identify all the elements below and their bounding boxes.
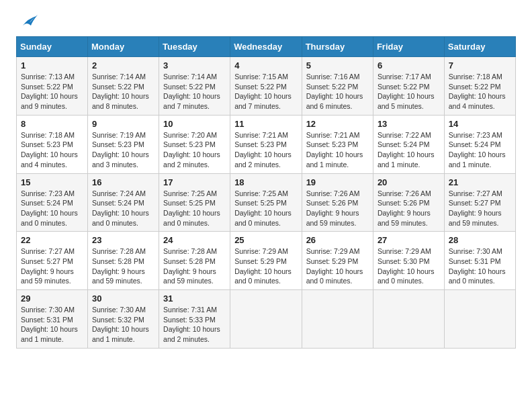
day-number: 10 [163, 119, 226, 129]
day-number: 17 [163, 177, 226, 187]
day-number: 29 [21, 293, 83, 304]
day-number: 12 [306, 119, 369, 129]
calendar-day-29: 29Sunrise: 7:30 AMSunset: 5:31 PMDayligh… [17, 290, 88, 349]
day-number: 27 [378, 235, 440, 245]
calendar-day-1: 1Sunrise: 7:13 AMSunset: 5:22 PMDaylight… [17, 57, 88, 116]
calendar-day-22: 22Sunrise: 7:27 AMSunset: 5:27 PMDayligh… [17, 232, 88, 290]
calendar-header-thursday: Thursday [302, 37, 373, 57]
day-info: Sunrise: 7:28 AMSunset: 5:28 PMDaylight:… [92, 246, 154, 286]
day-info: Sunrise: 7:26 AMSunset: 5:26 PMDaylight:… [306, 189, 369, 228]
day-info: Sunrise: 7:17 AMSunset: 5:22 PMDaylight:… [378, 72, 440, 111]
calendar-day-5: 5Sunrise: 7:16 AMSunset: 5:22 PMDaylight… [302, 57, 373, 116]
day-info: Sunrise: 7:25 AMSunset: 5:25 PMDaylight:… [234, 189, 298, 228]
day-info: Sunrise: 7:21 AMSunset: 5:23 PMDaylight:… [234, 130, 298, 170]
calendar-day-23: 23Sunrise: 7:28 AMSunset: 5:28 PMDayligh… [88, 232, 159, 290]
calendar-table: SundayMondayTuesdayWednesdayThursdayFrid… [16, 36, 516, 349]
logo [16, 13, 38, 26]
day-info: Sunrise: 7:26 AMSunset: 5:26 PMDaylight:… [378, 189, 440, 228]
day-number: 7 [449, 60, 511, 71]
day-number: 21 [449, 177, 511, 187]
day-number: 25 [234, 235, 298, 245]
calendar-header-row: SundayMondayTuesdayWednesdayThursdayFrid… [17, 37, 516, 57]
day-number: 3 [163, 60, 226, 71]
day-number: 4 [234, 60, 298, 71]
day-info: Sunrise: 7:18 AMSunset: 5:22 PMDaylight:… [449, 72, 511, 111]
day-info: Sunrise: 7:23 AMSunset: 5:24 PMDaylight:… [449, 130, 511, 170]
calendar-header-wednesday: Wednesday [230, 37, 302, 57]
calendar-day-8: 8Sunrise: 7:18 AMSunset: 5:23 PMDaylight… [17, 115, 88, 173]
page-header [16, 13, 516, 26]
calendar-day-13: 13Sunrise: 7:22 AMSunset: 5:24 PMDayligh… [373, 115, 444, 173]
calendar-day-7: 7Sunrise: 7:18 AMSunset: 5:22 PMDaylight… [444, 57, 515, 116]
day-info: Sunrise: 7:14 AMSunset: 5:22 PMDaylight:… [163, 72, 226, 111]
calendar-day-18: 18Sunrise: 7:25 AMSunset: 5:25 PMDayligh… [230, 173, 302, 232]
day-info: Sunrise: 7:27 AMSunset: 5:27 PMDaylight:… [21, 246, 83, 286]
day-info: Sunrise: 7:14 AMSunset: 5:22 PMDaylight:… [92, 72, 154, 111]
day-number: 30 [92, 293, 154, 304]
calendar-day-24: 24Sunrise: 7:28 AMSunset: 5:28 PMDayligh… [159, 232, 230, 290]
calendar-header-monday: Monday [88, 37, 159, 57]
day-info: Sunrise: 7:19 AMSunset: 5:23 PMDaylight:… [92, 130, 154, 170]
calendar-header-tuesday: Tuesday [159, 37, 230, 57]
day-info: Sunrise: 7:30 AMSunset: 5:32 PMDaylight:… [92, 305, 154, 345]
day-number: 2 [92, 60, 154, 71]
calendar-day-12: 12Sunrise: 7:21 AMSunset: 5:23 PMDayligh… [302, 115, 373, 173]
day-number: 16 [92, 177, 154, 187]
day-number: 19 [306, 177, 369, 187]
day-info: Sunrise: 7:29 AMSunset: 5:29 PMDaylight:… [234, 246, 298, 286]
calendar-day-30: 30Sunrise: 7:30 AMSunset: 5:32 PMDayligh… [88, 290, 159, 349]
calendar-empty-cell [302, 290, 373, 349]
day-info: Sunrise: 7:28 AMSunset: 5:28 PMDaylight:… [163, 246, 226, 286]
calendar-empty-cell [230, 290, 302, 349]
day-info: Sunrise: 7:20 AMSunset: 5:23 PMDaylight:… [163, 130, 226, 170]
calendar-day-4: 4Sunrise: 7:15 AMSunset: 5:22 PMDaylight… [230, 57, 302, 116]
calendar-day-21: 21Sunrise: 7:27 AMSunset: 5:27 PMDayligh… [444, 173, 515, 232]
day-info: Sunrise: 7:24 AMSunset: 5:24 PMDaylight:… [92, 189, 154, 228]
calendar-week-2: 8Sunrise: 7:18 AMSunset: 5:23 PMDaylight… [17, 115, 516, 173]
calendar-header-sunday: Sunday [17, 37, 88, 57]
calendar-week-4: 22Sunrise: 7:27 AMSunset: 5:27 PMDayligh… [17, 232, 516, 290]
day-number: 15 [21, 177, 83, 187]
day-number: 18 [234, 177, 298, 187]
day-info: Sunrise: 7:15 AMSunset: 5:22 PMDaylight:… [234, 72, 298, 111]
day-info: Sunrise: 7:23 AMSunset: 5:24 PMDaylight:… [21, 189, 83, 228]
calendar-empty-cell [373, 290, 444, 349]
day-number: 20 [378, 177, 440, 187]
day-info: Sunrise: 7:13 AMSunset: 5:22 PMDaylight:… [21, 72, 83, 111]
logo-bird-icon [17, 13, 38, 28]
calendar-day-31: 31Sunrise: 7:31 AMSunset: 5:33 PMDayligh… [159, 290, 230, 349]
calendar-empty-cell [444, 290, 515, 349]
day-number: 24 [163, 235, 226, 245]
calendar-day-15: 15Sunrise: 7:23 AMSunset: 5:24 PMDayligh… [17, 173, 88, 232]
day-number: 28 [449, 235, 511, 245]
calendar-header-friday: Friday [373, 37, 444, 57]
day-number: 5 [306, 60, 369, 71]
day-number: 1 [21, 60, 83, 71]
calendar-day-9: 9Sunrise: 7:19 AMSunset: 5:23 PMDaylight… [88, 115, 159, 173]
day-info: Sunrise: 7:27 AMSunset: 5:27 PMDaylight:… [449, 189, 511, 228]
calendar-day-16: 16Sunrise: 7:24 AMSunset: 5:24 PMDayligh… [88, 173, 159, 232]
day-info: Sunrise: 7:30 AMSunset: 5:31 PMDaylight:… [449, 246, 511, 286]
calendar-week-3: 15Sunrise: 7:23 AMSunset: 5:24 PMDayligh… [17, 173, 516, 232]
day-number: 8 [21, 119, 83, 129]
calendar-day-14: 14Sunrise: 7:23 AMSunset: 5:24 PMDayligh… [444, 115, 515, 173]
day-info: Sunrise: 7:18 AMSunset: 5:23 PMDaylight:… [21, 130, 83, 170]
day-number: 13 [378, 119, 440, 129]
calendar-week-1: 1Sunrise: 7:13 AMSunset: 5:22 PMDaylight… [17, 57, 516, 116]
calendar-day-26: 26Sunrise: 7:29 AMSunset: 5:29 PMDayligh… [302, 232, 373, 290]
day-info: Sunrise: 7:29 AMSunset: 5:29 PMDaylight:… [306, 246, 369, 286]
calendar-day-25: 25Sunrise: 7:29 AMSunset: 5:29 PMDayligh… [230, 232, 302, 290]
calendar-day-17: 17Sunrise: 7:25 AMSunset: 5:25 PMDayligh… [159, 173, 230, 232]
calendar-day-28: 28Sunrise: 7:30 AMSunset: 5:31 PMDayligh… [444, 232, 515, 290]
day-number: 31 [163, 293, 226, 304]
calendar-day-19: 19Sunrise: 7:26 AMSunset: 5:26 PMDayligh… [302, 173, 373, 232]
day-info: Sunrise: 7:16 AMSunset: 5:22 PMDaylight:… [306, 72, 369, 111]
day-number: 26 [306, 235, 369, 245]
calendar-day-6: 6Sunrise: 7:17 AMSunset: 5:22 PMDaylight… [373, 57, 444, 116]
day-number: 6 [378, 60, 440, 71]
calendar-day-11: 11Sunrise: 7:21 AMSunset: 5:23 PMDayligh… [230, 115, 302, 173]
day-number: 22 [21, 235, 83, 245]
day-info: Sunrise: 7:31 AMSunset: 5:33 PMDaylight:… [163, 305, 226, 345]
day-number: 14 [449, 119, 511, 129]
day-number: 23 [92, 235, 154, 245]
